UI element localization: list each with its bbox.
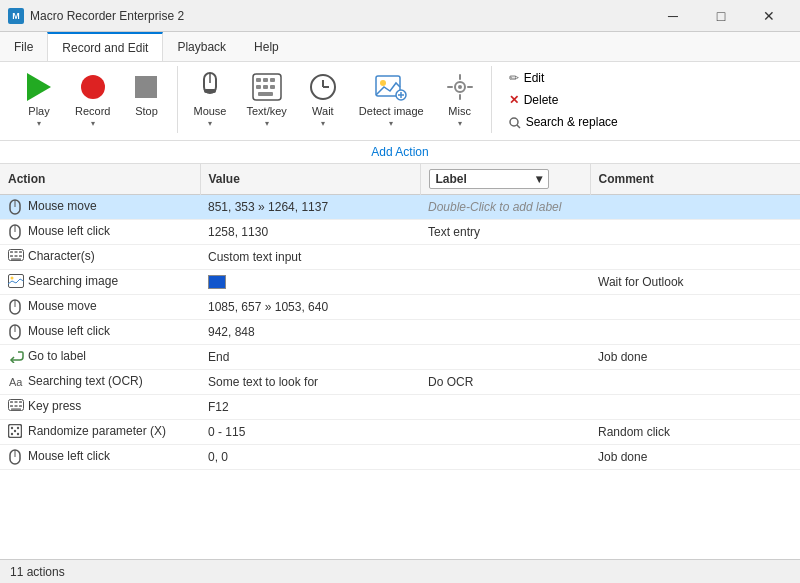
chevron-down-icon: ▾: [536, 172, 542, 186]
cell-comment: [590, 320, 800, 345]
svg-line-22: [517, 125, 520, 128]
status-bar: 11 actions: [0, 559, 800, 583]
svg-point-52: [17, 427, 19, 429]
cell-label: [420, 345, 590, 370]
action-icon: [8, 224, 24, 240]
misc-label: Misc: [448, 105, 471, 118]
label-dropdown-text: Label: [436, 172, 467, 186]
action-icon: [8, 424, 24, 440]
actions-table: Action Value Label ▾ Comment Mouse move8…: [0, 164, 800, 470]
svg-rect-4: [256, 78, 261, 82]
wait-button[interactable]: Wait ▾: [298, 66, 348, 133]
table-row[interactable]: Key pressF12: [0, 395, 800, 420]
play-icon: [23, 71, 55, 103]
cell-value: Custom text input: [200, 245, 420, 270]
cell-label: [420, 420, 590, 445]
svg-text:Aa: Aa: [9, 376, 23, 388]
app-title: Macro Recorder Enterprise 2: [30, 9, 650, 23]
cell-value: 1085, 657 » 1053, 640: [200, 295, 420, 320]
misc-icon: [444, 71, 476, 103]
table-row[interactable]: Mouse left click1258, 1130Text entry: [0, 220, 800, 245]
svg-rect-45: [19, 401, 22, 403]
table-row[interactable]: Character(s)Custom text input: [0, 245, 800, 270]
cell-comment: Wait for Outlook: [590, 270, 800, 295]
svg-rect-30: [19, 251, 22, 253]
menu-help[interactable]: Help: [240, 32, 293, 61]
record-button[interactable]: Record ▾: [66, 66, 119, 133]
image-thumbnail: [208, 275, 226, 289]
table-row[interactable]: AaSearching text (OCR)Some text to look …: [0, 370, 800, 395]
detect-image-icon: [375, 71, 407, 103]
cell-value: 1258, 1130: [200, 220, 420, 245]
col-header-action: Action: [0, 164, 200, 195]
cell-comment: Job done: [590, 445, 800, 470]
label-dropdown[interactable]: Label ▾: [429, 169, 549, 189]
stop-button[interactable]: Stop: [121, 66, 171, 123]
stop-icon: [130, 71, 162, 103]
detect-image-button[interactable]: Detect image ▾: [350, 66, 433, 133]
textkey-button[interactable]: Text/key ▾: [238, 66, 296, 133]
action-icon: [8, 324, 24, 340]
misc-button[interactable]: Misc ▾: [435, 66, 485, 133]
cell-value: 0 - 115: [200, 420, 420, 445]
menu-file[interactable]: File: [0, 32, 47, 61]
cell-action: Mouse left click: [0, 220, 200, 245]
cell-label: [420, 320, 590, 345]
svg-point-54: [11, 433, 13, 435]
svg-rect-10: [258, 92, 273, 96]
edit-button[interactable]: ✏ Edit: [502, 68, 625, 88]
cell-action: AaSearching text (OCR): [0, 370, 200, 395]
action-icon: [8, 449, 24, 465]
cell-label: Do OCR: [420, 370, 590, 395]
delete-label: Delete: [524, 93, 559, 107]
cell-value: Some text to look for: [200, 370, 420, 395]
app-icon: M: [8, 8, 24, 24]
table-row[interactable]: Go to labelEndJob done: [0, 345, 800, 370]
add-action-row[interactable]: Add Action: [0, 141, 800, 164]
menu-record-edit[interactable]: Record and Edit: [47, 32, 163, 61]
svg-rect-28: [10, 251, 13, 253]
svg-rect-43: [10, 401, 13, 403]
search-replace-button[interactable]: Search & replace: [502, 112, 625, 132]
table-row[interactable]: Mouse move1085, 657 » 1053, 640: [0, 295, 800, 320]
menu-playback[interactable]: Playback: [163, 32, 240, 61]
playback-group: Play ▾ Record ▾ Stop: [8, 66, 178, 133]
title-bar-buttons: ─ □ ✕: [650, 1, 792, 31]
play-button[interactable]: Play ▾: [14, 66, 64, 133]
svg-rect-33: [19, 255, 22, 257]
table-row[interactable]: Mouse left click0, 0Job done: [0, 445, 800, 470]
cell-value: End: [200, 345, 420, 370]
cell-action: Key press: [0, 395, 200, 420]
cell-action: Go to label: [0, 345, 200, 370]
record-label: Record: [75, 105, 110, 118]
minimize-button[interactable]: ─: [650, 1, 696, 31]
mouse-button[interactable]: Mouse ▾: [184, 66, 235, 133]
action-icon: [8, 274, 24, 290]
record-icon: [77, 71, 109, 103]
svg-rect-47: [15, 405, 18, 407]
table-row[interactable]: Searching imageWait for Outlook: [0, 270, 800, 295]
table-row[interactable]: Randomize parameter (X)0 - 115Random cli…: [0, 420, 800, 445]
svg-rect-44: [15, 401, 18, 403]
cell-comment: [590, 195, 800, 220]
svg-rect-5: [263, 78, 268, 82]
close-button[interactable]: ✕: [746, 1, 792, 31]
col-header-label[interactable]: Label ▾: [420, 164, 590, 195]
svg-rect-2: [204, 89, 216, 93]
svg-rect-31: [10, 255, 13, 257]
table-row[interactable]: Mouse left click942, 848: [0, 320, 800, 345]
delete-button[interactable]: ✕ Delete: [502, 90, 625, 110]
edit-group: ✏ Edit ✕ Delete Search & replace: [492, 66, 635, 134]
actions-group: Mouse ▾ Text/key ▾: [178, 66, 491, 133]
table-row[interactable]: Mouse move851, 353 » 1264, 1137Double-Cl…: [0, 195, 800, 220]
table-header-row: Action Value Label ▾ Comment: [0, 164, 800, 195]
svg-rect-6: [270, 78, 275, 82]
svg-rect-34: [11, 258, 21, 260]
maximize-button[interactable]: □: [698, 1, 744, 31]
cell-comment: Random click: [590, 420, 800, 445]
cell-label: [420, 445, 590, 470]
textkey-icon: [251, 71, 283, 103]
svg-point-36: [11, 277, 14, 280]
cell-value: 851, 353 » 1264, 1137: [200, 195, 420, 220]
cell-label: [420, 270, 590, 295]
